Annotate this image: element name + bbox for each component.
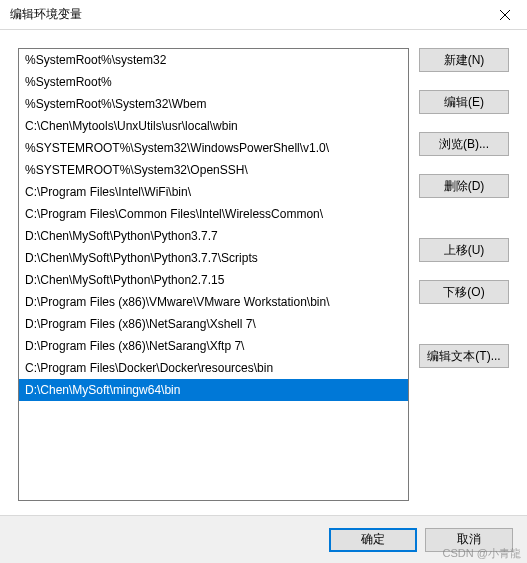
path-list-inner: %SystemRoot%\system32%SystemRoot%%System… xyxy=(19,49,408,401)
window-title: 编辑环境变量 xyxy=(10,6,82,23)
list-item[interactable]: C:\Chen\Mytools\UnxUtils\usr\local\wbin xyxy=(19,115,408,137)
movedown-button[interactable]: 下移(O) xyxy=(419,280,509,304)
moveup-button[interactable]: 上移(U) xyxy=(419,238,509,262)
list-item[interactable]: C:\Program Files\Docker\Docker\resources… xyxy=(19,357,408,379)
side-button-column: 新建(N) 编辑(E) 浏览(B)... 删除(D) 上移(U) 下移(O) 编… xyxy=(419,48,509,490)
titlebar: 编辑环境变量 xyxy=(0,0,527,30)
edittext-button[interactable]: 编辑文本(T)... xyxy=(419,344,509,368)
list-item[interactable]: C:\Program Files\Common Files\Intel\Wire… xyxy=(19,203,408,225)
footer: 确定 取消 xyxy=(0,515,527,563)
list-item[interactable]: %SystemRoot% xyxy=(19,71,408,93)
list-item[interactable]: D:\Chen\MySoft\Python\Python2.7.15 xyxy=(19,269,408,291)
cancel-button[interactable]: 取消 xyxy=(425,528,513,552)
list-item[interactable]: %SystemRoot%\system32 xyxy=(19,49,408,71)
list-item[interactable]: D:\Chen\MySoft\Python\Python3.7.7 xyxy=(19,225,408,247)
list-item[interactable]: D:\Chen\MySoft\mingw64\bin xyxy=(19,379,408,401)
path-listbox[interactable]: %SystemRoot%\system32%SystemRoot%%System… xyxy=(18,48,409,501)
close-icon xyxy=(500,10,510,20)
close-button[interactable] xyxy=(482,0,527,30)
list-item[interactable]: D:\Chen\MySoft\Python\Python3.7.7\Script… xyxy=(19,247,408,269)
list-item[interactable]: %SYSTEMROOT%\System32\WindowsPowerShell\… xyxy=(19,137,408,159)
list-item[interactable]: D:\Program Files (x86)\VMware\VMware Wor… xyxy=(19,291,408,313)
list-item[interactable]: %SYSTEMROOT%\System32\OpenSSH\ xyxy=(19,159,408,181)
list-item[interactable]: D:\Program Files (x86)\NetSarang\Xshell … xyxy=(19,313,408,335)
list-item[interactable]: C:\Program Files\Intel\WiFi\bin\ xyxy=(19,181,408,203)
content-area: %SystemRoot%\system32%SystemRoot%%System… xyxy=(0,30,527,508)
edit-button[interactable]: 编辑(E) xyxy=(419,90,509,114)
browse-button[interactable]: 浏览(B)... xyxy=(419,132,509,156)
list-item[interactable]: D:\Program Files (x86)\NetSarang\Xftp 7\ xyxy=(19,335,408,357)
delete-button[interactable]: 删除(D) xyxy=(419,174,509,198)
ok-button[interactable]: 确定 xyxy=(329,528,417,552)
new-button[interactable]: 新建(N) xyxy=(419,48,509,72)
list-item[interactable]: %SystemRoot%\System32\Wbem xyxy=(19,93,408,115)
